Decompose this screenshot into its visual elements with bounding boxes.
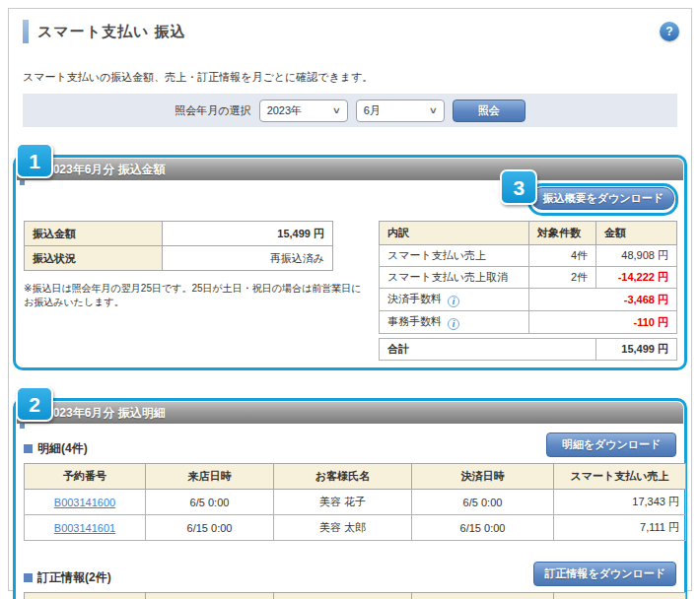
transfer-amount-section: 1 2023年6月分 振込金額 3 振込概要をダウンロード 振込金額 15,49… [13,155,687,370]
breakdown-total-table: 合計 15,499 円 [379,338,677,361]
correction-heading-label: 訂正情報(2件) [37,569,111,586]
section2-header: 2023年6月分 振込明細 [17,402,683,424]
breakdown-count: 4件 [529,245,596,267]
download-highlight-ring: 3 振込概要をダウンロード [527,183,678,216]
customer-name: 美容 太郎 [274,515,412,541]
section2-title: 2023年6月分 振込明細 [46,406,166,420]
correction-column-header: 来店日時 [146,593,274,599]
month-select[interactable]: 6月 ∨ [356,100,445,122]
download-correction-button[interactable]: 訂正情報をダウンロード [533,562,676,586]
detail-subheader-row: 明細(4件) 明細をダウンロード [16,424,684,463]
transfer-summary-panel: 振込金額 15,499 円 振込状況 再振込済み ※振込日は照会年月の翌月25日… [24,221,369,361]
settlement-datetime: 6/5 0:00 [412,490,554,515]
page-description: スマート支払いの振込金額、売上・訂正情報を月ごとに確認できます。 [23,70,677,85]
summary-row-label: 振込金額 [25,222,163,246]
page-title: スマート支払い 振込 [37,23,186,41]
section1-header: 2023年6月分 振込金額 [17,159,683,180]
total-label: 合計 [380,339,596,361]
breakdown-amount: -14,222 円 [596,267,677,289]
header-notch [20,180,25,185]
breakdown-label: スマート支払い売上 [380,245,529,267]
callout-badge-2: 2 [16,386,53,422]
breakdown-amount: -3,468 円 [529,289,677,311]
detail-column-header: 予約番号 [25,464,146,490]
detail-column-header: スマート支払い売上 [554,464,686,490]
summary-download-row: 3 振込概要をダウンロード [16,180,684,216]
table-row: スマート支払い売上 4件 48,908 円 [380,245,677,267]
transfer-summary-table: 振込金額 15,499 円 振込状況 再振込済み [24,221,333,271]
settlement-datetime: 6/15 0:00 [412,515,554,541]
filter-label: 照会年月の選択 [175,103,250,118]
search-button[interactable]: 照会 [453,100,525,122]
breakdown-header: 金額 [596,222,677,245]
correction-column-header: お客様氏名 [274,593,412,599]
reservation-link[interactable]: B003141601 [54,522,115,534]
table-row: B003141600 6/5 0:00 美容 花子 6/5 0:00 17,34… [25,490,686,515]
download-summary-button[interactable]: 振込概要をダウンロード [531,187,674,210]
detail-column-header: お客様氏名 [274,464,412,490]
correction-table: 予約番号 来店日時 お客様氏名 訂正日時 スマート支払い売上取消 B003141… [24,592,686,599]
table-header-row: 予約番号 来店日時 お客様氏名 訂正日時 スマート支払い売上取消 [25,593,686,599]
breakdown-label: 事務手数料 i [380,311,529,334]
table-row: 決済手数料 i -3,468 円 [380,289,677,311]
month-select-value: 6月 [364,103,381,118]
spacer [16,541,684,553]
breakdown-amount: -110 円 [529,311,677,334]
table-row: B003141601 6/15 0:00 美容 太郎 6/15 0:00 7,1… [25,515,686,541]
detail-heading: 明細(4件) [24,440,88,457]
filter-bar: 照会年月の選択 2023年 ∨ 6月 ∨ 照会 [23,94,677,127]
breakdown-header: 対象件数 [529,222,596,245]
square-bullet-icon [24,573,33,582]
detail-heading-label: 明細(4件) [37,440,88,457]
table-header-row: 内訳 対象件数 金額 [380,222,677,245]
help-icon[interactable]: ? [660,22,679,41]
breakdown-count: 2件 [529,267,596,289]
square-bullet-icon [24,444,33,453]
summary-row-label: 振込状況 [25,246,163,271]
correction-column-header: スマート支払い売上取消 [554,593,686,599]
detail-column-header: 来店日時 [146,464,274,490]
page-header: スマート支払い 振込 ? [9,9,691,43]
correction-heading: 訂正情報(2件) [24,569,111,586]
callout-badge-1: 1 [16,143,53,178]
reservation-link[interactable]: B003141600 [54,497,115,508]
breakdown-amount: 48,908 円 [596,245,677,267]
summary-row-value: 再振込済み [163,246,333,271]
table-row: 振込金額 15,499 円 [25,222,333,246]
transfer-date-note: ※振込日は照会年月の翌月25日です。25日が土日・祝日の場合は前営業日にお振込み… [24,282,369,309]
year-select[interactable]: 2023年 ∨ [259,100,348,122]
breakdown-table: 内訳 対象件数 金額 スマート支払い売上 4件 48,908 円 スマート支払い… [379,221,677,334]
info-icon[interactable]: i [448,296,459,307]
sales-amount: 17,343 円 [554,490,686,515]
detail-column-header: 決済日時 [412,464,554,490]
breakdown-label: 決済手数料 i [380,289,529,311]
customer-name: 美容 花子 [274,490,412,515]
fee-label: 決済手数料 [387,293,442,304]
callout-badge-3: 3 [500,169,537,205]
header-notch [20,424,25,429]
visit-datetime: 6/15 0:00 [146,515,274,541]
breakdown-header: 内訳 [380,222,529,245]
sales-amount: 7,111 円 [554,515,686,541]
section1-title: 2023年6月分 振込金額 [46,163,166,176]
fee-label: 事務手数料 [387,315,442,327]
correction-column-header: 予約番号 [25,593,146,599]
year-select-value: 2023年 [267,103,302,118]
table-row: 事務手数料 i -110 円 [380,311,677,334]
table-row: 振込状況 再振込済み [25,246,333,271]
breakdown-label: スマート支払い売上取消 [380,267,529,289]
section1-body: 振込金額 15,499 円 振込状況 再振込済み ※振込日は照会年月の翌月25日… [16,216,684,367]
summary-row-value: 15,499 円 [163,222,333,246]
detail-table: 予約番号 来店日時 お客様氏名 決済日時 スマート支払い売上 B00314160… [24,463,686,541]
chevron-down-icon: ∨ [429,105,438,115]
table-row: スマート支払い売上取消 2件 -14,222 円 [380,267,677,289]
table-row: 合計 15,499 円 [380,339,677,361]
table-header-row: 予約番号 来店日時 お客様氏名 決済日時 スマート支払い売上 [25,464,686,490]
correction-subheader-row: 訂正情報(2件) 訂正情報をダウンロード [16,553,684,592]
download-detail-button[interactable]: 明細をダウンロード [546,433,676,457]
chevron-down-icon: ∨ [332,105,341,115]
info-icon[interactable]: i [448,318,459,330]
page-container: スマート支払い 振込 ? スマート支払いの振込金額、売上・訂正情報を月ごとに確認… [8,8,692,591]
total-amount: 15,499 円 [596,339,677,361]
title-accent-bar [23,20,29,43]
